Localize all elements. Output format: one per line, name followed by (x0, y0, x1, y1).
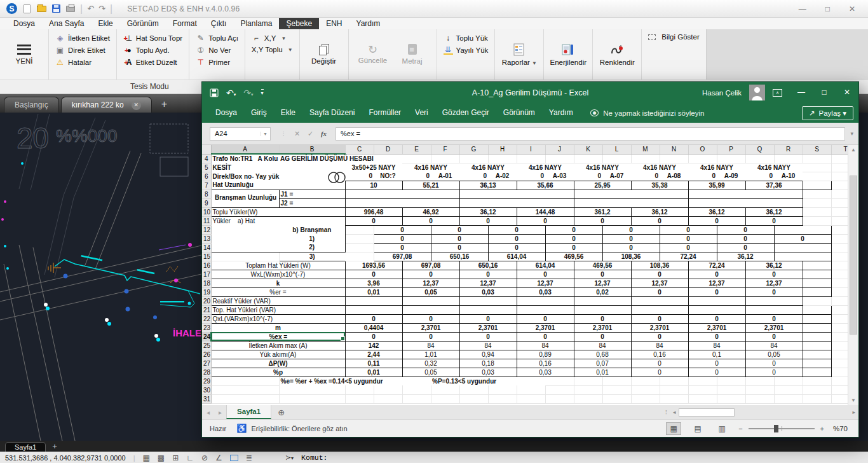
cell[interactable]: 0,89 (517, 350, 574, 359)
cell[interactable]: 0,05 (402, 287, 459, 296)
cell[interactable] (402, 154, 431, 163)
col-header-Q[interactable]: Q (745, 145, 774, 154)
ortho-icon[interactable]: ∟ (186, 453, 194, 462)
cell[interactable]: 0 (745, 172, 774, 181)
cell[interactable] (602, 154, 631, 163)
cell[interactable] (459, 305, 517, 314)
minimize-icon[interactable]: — (790, 82, 813, 103)
cell[interactable] (803, 332, 831, 341)
select-all-corner[interactable] (202, 145, 211, 154)
cell[interactable]: 0,4404 (345, 323, 402, 332)
cell[interactable]: 4x16 NAYY (631, 163, 688, 172)
excel-tab-Ekle[interactable]: Ekle (274, 103, 302, 123)
hat-sonu-topr-button[interactable]: +⊥Hat Sonu Topr (121, 34, 184, 43)
cell[interactable] (631, 385, 660, 394)
cell[interactable] (803, 261, 831, 270)
selection-rect-icon[interactable] (230, 455, 238, 461)
cell[interactable]: 84 (631, 341, 688, 350)
cell[interactable]: 0 (660, 225, 717, 234)
cell[interactable] (211, 377, 279, 385)
col-header-C[interactable]: C (345, 145, 374, 154)
cell[interactable]: 0 (488, 225, 545, 234)
cell[interactable] (803, 216, 831, 225)
cell[interactable]: 0 (717, 225, 774, 234)
no-ver-button[interactable]: ①No Ver (194, 46, 240, 55)
col-header-K[interactable]: K (574, 145, 602, 154)
cell[interactable]: 12,37 (631, 279, 688, 287)
avatar[interactable] (749, 85, 765, 100)
row-header-28[interactable]: 28 (202, 368, 211, 377)
toplu-yuk-button[interactable]: ↓Toplu Yük (442, 34, 491, 43)
col-header-L[interactable]: L (602, 145, 631, 154)
cell[interactable]: 0,01 (345, 287, 402, 296)
cell[interactable]: 0 (545, 225, 602, 234)
cell[interactable] (745, 154, 774, 163)
cell[interactable] (803, 172, 831, 181)
cell[interactable]: 0 (488, 234, 545, 243)
cell[interactable]: 84 (574, 341, 631, 350)
col-header-E[interactable]: E (402, 145, 431, 154)
cell[interactable]: 0 (402, 314, 459, 323)
row-header-7[interactable]: 7 (202, 181, 211, 190)
next-sheet-icon[interactable]: ▸ (214, 409, 226, 416)
cell[interactable]: 36,12 (717, 252, 774, 261)
cell[interactable]: 0,03 (459, 368, 517, 377)
snap-grid-icon[interactable]: ▩ (158, 453, 165, 462)
redo-icon[interactable]: ↷▾ (243, 88, 253, 98)
yeni-button[interactable]: YENİ (4, 31, 44, 78)
minimize-icon[interactable]: — (799, 4, 806, 13)
row-header-13[interactable]: 13 (202, 234, 211, 243)
cell[interactable]: 2,3701 (631, 323, 688, 332)
cell[interactable]: 0 (517, 270, 574, 279)
cell[interactable]: 0 (545, 243, 602, 252)
row-header-23[interactable]: 23 (202, 323, 211, 332)
cell[interactable]: 0 (374, 243, 431, 252)
cell[interactable]: 142 (345, 341, 402, 350)
col-header-R[interactable]: R (774, 145, 803, 154)
cell[interactable]: 0 (459, 216, 517, 225)
cell[interactable]: 0,05 (402, 368, 459, 377)
toplu-aci-button[interactable]: ✎Toplu Açı (194, 34, 240, 43)
cell[interactable] (717, 394, 745, 403)
cell[interactable] (545, 385, 574, 394)
cell[interactable] (545, 394, 574, 403)
cell[interactable] (803, 270, 831, 279)
cell[interactable] (774, 377, 803, 385)
cell[interactable] (774, 243, 831, 252)
cell[interactable]: 996,48 (345, 207, 402, 216)
cell[interactable] (517, 385, 545, 394)
close-icon[interactable]: ✕ (849, 4, 855, 13)
excel-tab-Görünüm[interactable]: Görünüm (496, 103, 542, 123)
zoom-level[interactable]: %70 (833, 425, 851, 432)
cell[interactable] (459, 394, 488, 403)
excel-tab-Giriş[interactable]: Giriş (244, 103, 274, 123)
menu-item-Format[interactable]: Format (166, 18, 204, 29)
cell[interactable] (279, 394, 345, 403)
yayili-yuk-button[interactable]: ⇊Yayılı Yük (442, 46, 491, 55)
cell[interactable]: 0 (402, 216, 459, 225)
cell[interactable] (803, 394, 831, 403)
cell[interactable]: m (211, 323, 345, 332)
cell[interactable]: 650,16 (431, 252, 488, 261)
row-header-4[interactable]: 4 (202, 154, 211, 163)
cell[interactable]: 3,96 (345, 279, 402, 287)
cell[interactable]: Yük akımı(A) (211, 350, 345, 359)
metraj-button[interactable]: Metraj (393, 31, 432, 78)
cell[interactable]: 72,24 (660, 252, 717, 261)
prev-sheet-icon[interactable]: ◂ (202, 409, 214, 416)
cell[interactable] (745, 394, 774, 403)
cell[interactable] (631, 394, 660, 403)
cell[interactable]: 2,3701 (402, 323, 459, 332)
cell[interactable]: 0 (631, 172, 660, 181)
cell[interactable] (345, 198, 459, 207)
undo-icon[interactable]: ↶ (87, 4, 94, 13)
xy-button[interactable]: ⌐X,Y▼ (250, 34, 295, 43)
cell[interactable]: 0 (345, 172, 374, 181)
hatalar-button[interactable]: ⚠Hatalar (53, 58, 112, 67)
menu-item-Ekle[interactable]: Ekle (91, 18, 119, 29)
cell[interactable]: 37,36 (745, 181, 803, 190)
cell[interactable]: 36,12 (459, 207, 517, 216)
cell[interactable]: 72,24 (688, 261, 745, 270)
cell[interactable]: İletken Akım max (A) (211, 341, 345, 350)
cell[interactable]: %ex = (211, 332, 345, 341)
